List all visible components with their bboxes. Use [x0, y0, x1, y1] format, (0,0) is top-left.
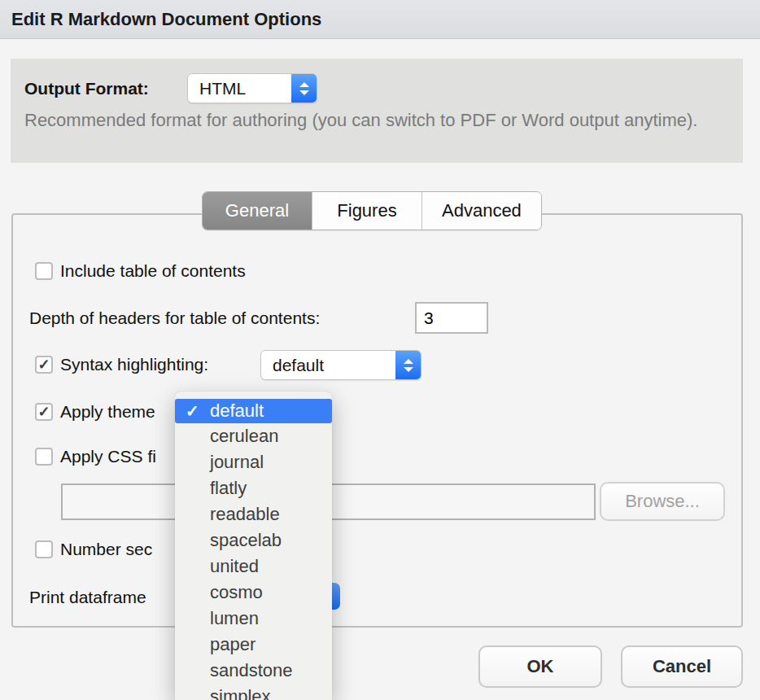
number-sections-label: Number sec	[60, 540, 152, 559]
number-sections-checkbox[interactable]	[35, 540, 53, 558]
theme-menu-item[interactable]: journal	[175, 449, 332, 475]
include-toc-label: Include table of contents	[60, 261, 246, 281]
theme-menu-item[interactable]: paper	[175, 632, 332, 658]
apply-css-checkbox[interactable]	[35, 448, 53, 466]
tab-figures[interactable]: Figures	[312, 192, 422, 230]
dialog-title: Edit R Markdown Document Options	[11, 9, 321, 30]
theme-menu-item[interactable]: cosmo	[175, 580, 332, 606]
theme-menu-item-label: spacelab	[210, 527, 282, 553]
include-toc-checkbox[interactable]	[35, 262, 53, 280]
print-dataframe-label: Print dataframe	[29, 588, 146, 607]
theme-menu-item[interactable]: united	[175, 553, 332, 580]
ok-button[interactable]: OK	[478, 645, 602, 688]
theme-menu-item-label: sandstone	[210, 658, 293, 684]
apply-css-label: Apply CSS fi	[60, 447, 156, 466]
theme-menu-item-label: journal	[210, 449, 264, 475]
output-format-label: Output Format:	[24, 77, 149, 101]
tab-advanced[interactable]: Advanced	[422, 192, 541, 230]
theme-menu-item-label: cerulean	[210, 423, 278, 449]
apply-theme-label: Apply theme	[60, 402, 155, 422]
theme-menu-item-label: default	[210, 399, 264, 423]
theme-menu-item-label: cosmo	[210, 580, 263, 606]
tab-general[interactable]: General	[203, 192, 312, 230]
tab-bar: General Figures Advanced	[202, 191, 542, 230]
output-format-description: Recommended format for authoring (you ca…	[24, 107, 740, 133]
theme-menu-item[interactable]: simplex	[175, 684, 332, 700]
theme-menu-item[interactable]: lumen	[175, 606, 332, 632]
syntax-highlighting-label: Syntax highlighting:	[60, 355, 208, 374]
syntax-highlighting-checkbox[interactable]: ✓	[35, 356, 53, 374]
theme-menu-item-label: paper	[210, 632, 256, 658]
theme-menu-item[interactable]: sandstone	[175, 658, 332, 684]
theme-menu-item[interactable]: readable	[175, 501, 332, 527]
theme-menu-item[interactable]: spacelab	[175, 527, 332, 553]
checkmark-icon: ✓	[175, 399, 210, 423]
theme-menu-item-label: simplex	[210, 684, 271, 700]
cancel-button[interactable]: Cancel	[621, 645, 743, 688]
output-format-select[interactable]: HTML	[187, 73, 317, 103]
output-format-value: HTML	[188, 79, 291, 98]
theme-menu-item[interactable]: cerulean	[175, 423, 332, 449]
theme-menu: ✓defaultceruleanjournalflatlyreadablespa…	[175, 392, 332, 700]
apply-theme-checkbox[interactable]: ✓	[35, 403, 53, 421]
theme-menu-item-label: united	[210, 553, 259, 580]
theme-menu-item-label: readable	[210, 501, 280, 527]
browse-button[interactable]: Browse...	[600, 482, 725, 521]
theme-menu-item[interactable]: flatly	[175, 475, 332, 501]
theme-menu-item-label: flatly	[210, 475, 247, 501]
theme-menu-item-label: lumen	[210, 606, 259, 632]
dialog-titlebar: Edit R Markdown Document Options	[0, 0, 760, 39]
theme-menu-item[interactable]: ✓default	[175, 399, 332, 423]
toc-depth-label: Depth of headers for table of contents:	[29, 308, 320, 328]
updown-chevron-icon	[291, 74, 317, 103]
toc-depth-input[interactable]	[415, 302, 488, 334]
